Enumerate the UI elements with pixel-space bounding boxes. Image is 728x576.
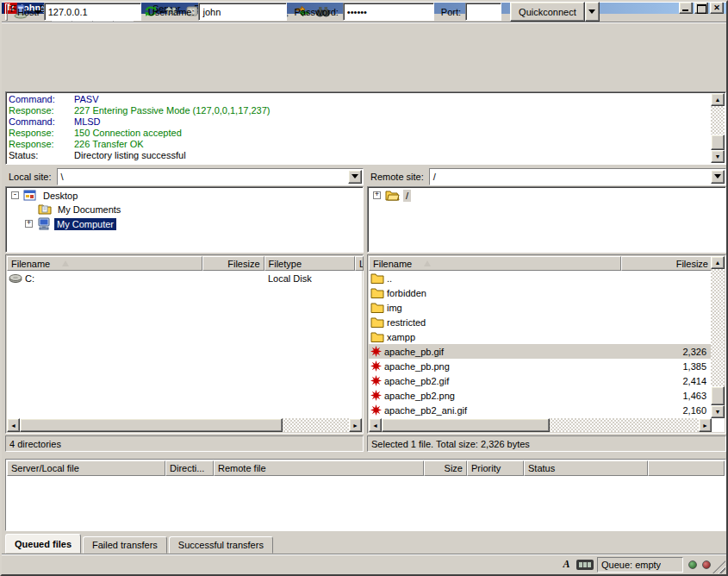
remote-list-body[interactable]: .. forbidden img restricted xampp apac: [369, 271, 712, 418]
log-entry: Command:PASV: [6, 94, 725, 105]
expand-icon[interactable]: +: [373, 191, 381, 199]
filezilla-window: fz john@127.0.0.1 - FileZilla ✕ File Edi…: [0, 0, 728, 576]
column-header-filetype[interactable]: Filetype: [264, 256, 355, 271]
column-header-status[interactable]: Status: [524, 460, 648, 476]
queue-header: Server/Local file Directi... Remote file…: [7, 460, 725, 476]
queue-status-text: Queue: empty: [601, 560, 661, 570]
queue-body[interactable]: [7, 476, 725, 529]
tree-item-root[interactable]: + /: [368, 187, 725, 202]
remote-file-row[interactable]: ..: [369, 271, 712, 285]
remote-file-row[interactable]: forbidden: [369, 285, 712, 300]
remote-file-row[interactable]: img: [369, 300, 712, 315]
filename: apache_pb2.png: [384, 391, 455, 401]
quickconnect-button[interactable]: Quickconnect: [510, 2, 585, 22]
column-header-filename[interactable]: Filename: [7, 256, 202, 271]
remote-file-row[interactable]: apache_pb2_ani.gif 2,160: [369, 403, 712, 417]
chevron-down-icon: [588, 9, 595, 14]
tab-failed-transfers[interactable]: Failed transfers: [83, 536, 167, 554]
scroll-thumb[interactable]: [382, 418, 550, 432]
folder-icon: [385, 190, 400, 201]
tab-queued-files[interactable]: Queued files: [5, 534, 81, 554]
column-header-size[interactable]: Size: [424, 460, 467, 476]
scroll-left-button[interactable]: ◄: [369, 418, 382, 432]
remote-site-combo[interactable]: /: [429, 168, 726, 185]
host-input[interactable]: [44, 3, 141, 21]
remote-site-value: /: [430, 172, 710, 182]
remote-file-row[interactable]: restricted: [369, 315, 712, 329]
column-header-remote-file[interactable]: Remote file: [214, 460, 424, 476]
scroll-down-button[interactable]: ▼: [711, 150, 725, 163]
speed-limit-icon[interactable]: [576, 560, 594, 570]
tree-item-my-computer[interactable]: + My Computer: [6, 216, 363, 231]
my-documents-icon: [38, 203, 52, 215]
sort-ascending-icon: [62, 260, 69, 266]
local-tree: - Desktop My Documents + My Computer: [5, 186, 364, 253]
local-list-body[interactable]: C: Local Disk: [7, 271, 362, 418]
local-horizontal-scrollbar[interactable]: ◄ ►: [7, 418, 362, 432]
remote-file-row[interactable]: xampp: [369, 329, 712, 344]
column-header-server-local-file[interactable]: Server/Local file: [7, 460, 165, 476]
filetype: Local Disk: [265, 273, 357, 284]
scroll-thumb[interactable]: [711, 386, 725, 405]
tree-item-my-documents[interactable]: My Documents: [6, 202, 363, 216]
quickconnect-grip[interactable]: [5, 3, 8, 21]
password-label: Password:: [294, 7, 338, 17]
remote-horizontal-scrollbar[interactable]: ◄ ►: [369, 418, 712, 432]
resize-grip[interactable]: [712, 560, 725, 573]
scroll-thumb[interactable]: [711, 135, 725, 150]
scroll-up-button[interactable]: ▲: [711, 93, 725, 106]
tab-successful-transfers[interactable]: Successful transfers: [169, 536, 273, 554]
folder-icon: [370, 272, 384, 284]
remote-site-label: Remote site:: [367, 172, 429, 182]
scroll-down-button[interactable]: ▼: [711, 405, 725, 418]
expand-icon[interactable]: +: [25, 220, 33, 228]
column-header-direction[interactable]: Directi...: [165, 460, 214, 476]
filename: C:: [25, 273, 34, 284]
column-header-filename[interactable]: Filename: [369, 256, 621, 271]
filename: xampp: [387, 332, 415, 342]
local-status-bar: 4 directories: [5, 435, 364, 452]
my-computer-icon: [37, 217, 51, 230]
scroll-left-button[interactable]: ◄: [7, 418, 20, 432]
scroll-thumb[interactable]: [20, 418, 283, 432]
message-log: Command:PASV Response:227 Entering Passi…: [5, 91, 726, 165]
tree-item-desktop[interactable]: - Desktop: [6, 187, 363, 202]
column-header-priority[interactable]: Priority: [467, 460, 524, 476]
remote-file-row-selected[interactable]: apache_pb.gif 2,326: [369, 344, 712, 359]
remote-status-bar: Selected 1 file. Total size: 2,326 bytes: [367, 435, 726, 452]
tree-label[interactable]: /: [403, 190, 411, 202]
column-header-filesize[interactable]: Filesize: [621, 256, 712, 271]
file-icon: [370, 375, 382, 386]
tree-label[interactable]: Desktop: [40, 190, 80, 202]
combo-dropdown-button[interactable]: [348, 170, 362, 184]
scroll-right-button[interactable]: ►: [699, 418, 712, 432]
local-site-combo[interactable]: \: [57, 168, 364, 185]
folder-icon: [370, 331, 384, 342]
remote-list-header: Filename Filesize: [369, 256, 712, 271]
column-header-filesize[interactable]: Filesize: [202, 256, 264, 271]
password-input[interactable]: [343, 3, 434, 21]
scroll-up-button[interactable]: ▲: [711, 256, 725, 269]
scroll-right-button[interactable]: ►: [349, 418, 362, 432]
tree-label[interactable]: My Documents: [55, 203, 123, 216]
folder-icon: [370, 287, 384, 298]
local-file-row[interactable]: C: Local Disk: [7, 271, 362, 285]
port-label: Port:: [441, 7, 461, 17]
quickconnect-dropdown[interactable]: [585, 2, 600, 22]
port-input[interactable]: [465, 3, 501, 21]
remote-file-row[interactable]: apache_pb2.png 1,463: [369, 388, 712, 403]
remote-file-row[interactable]: apache_pb.png 1,385: [369, 359, 712, 373]
remote-vertical-scrollbar[interactable]: ▲ ▼: [711, 256, 725, 418]
tree-label-selected[interactable]: My Computer: [54, 218, 116, 230]
remote-file-row[interactable]: apache_pb2.gif 2,414: [369, 373, 712, 388]
filesize: 2,326: [625, 347, 712, 357]
username-input[interactable]: [198, 3, 287, 21]
combo-dropdown-button[interactable]: [711, 170, 725, 184]
transfer-type-icon[interactable]: A: [560, 558, 573, 571]
chevron-down-icon: [352, 174, 358, 178]
username-label: Username:: [148, 7, 195, 17]
scroll-track[interactable]: [711, 269, 725, 405]
column-header-last-modified[interactable]: L: [355, 256, 364, 271]
collapse-icon[interactable]: -: [11, 191, 19, 199]
log-scrollbar[interactable]: ▲ ▼: [711, 93, 725, 163]
